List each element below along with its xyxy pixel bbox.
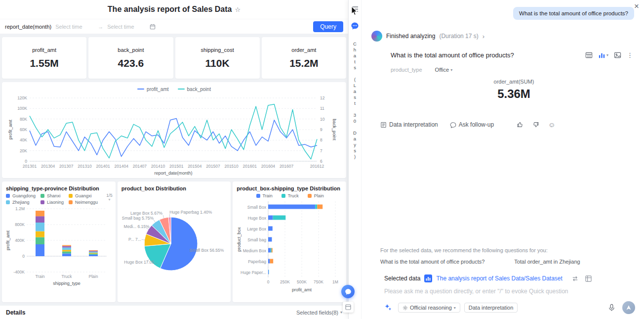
y-tick-label: Small Box [247, 205, 267, 210]
analysis-duration: (Duration 17 s) [439, 33, 478, 40]
y-tick-label: Huge Paper... [241, 270, 266, 275]
ask-follow-up-button[interactable]: Ask follow-up [450, 121, 494, 128]
bar-segment-Neimenggu [62, 245, 71, 246]
interpretation-chip[interactable]: Data interpretation [464, 303, 518, 313]
bar-segment-Guangxi [36, 231, 44, 237]
legend-item-guangdong[interactable]: Guangdong [6, 193, 36, 198]
data-interpretation-button[interactable]: Data interpretation [380, 121, 438, 128]
details-label: Details [6, 309, 25, 316]
chats-tab-label[interactable]: Chats (Last 30 Days) [352, 41, 358, 160]
legend-swatch [6, 200, 10, 204]
composer-toolbar: Official reasoning ▾ Data interpretation [384, 301, 637, 314]
dataset-link[interactable]: The analysis report of Sales Data/Sales … [436, 275, 562, 282]
legend-item-truck[interactable]: Truck [282, 193, 299, 198]
pager-caret-icon[interactable]: ▾ [108, 198, 110, 202]
table-view-icon[interactable] [585, 51, 593, 59]
kpi-label: shipping_cost [201, 47, 234, 53]
y-tick-label: 400K [15, 238, 25, 243]
close-icon[interactable]: × [634, 2, 639, 10]
chat-tab-icon[interactable] [351, 22, 359, 32]
kpi-value: 1.55M [30, 57, 58, 69]
switch-dataset-icon[interactable] [571, 275, 579, 282]
legend-pager[interactable]: 1/5 ▾ [106, 193, 113, 205]
microphone-icon[interactable] [608, 304, 615, 312]
emoji-feedback-icon[interactable]: ☺ [548, 121, 555, 129]
bar-segment-Train [268, 270, 269, 274]
bar-segment-Train [268, 259, 270, 264]
assistant-avatar [371, 31, 382, 42]
x-tick-label: 750K [314, 279, 323, 284]
start-date-input[interactable] [55, 24, 94, 30]
collapse-sidebar-icon[interactable] [352, 5, 358, 14]
export-image-icon[interactable] [614, 51, 621, 59]
y-tick-label: 1.2M [15, 206, 25, 211]
legend-swatch [308, 194, 312, 198]
ai-sparkle-icon[interactable] [384, 304, 392, 312]
end-date-input[interactable] [107, 24, 146, 30]
calendar-icon[interactable] [150, 24, 156, 30]
thumb-down-icon[interactable] [532, 121, 539, 128]
dataset-form-icon[interactable] [585, 275, 592, 282]
x-tick-label: 201501 [169, 164, 184, 169]
filter-value-label: Office [435, 67, 449, 73]
legend-item-plain[interactable]: Plain [308, 193, 324, 198]
product-box-pie-chart[interactable]: Small Box 56.55%Huge Box 17.05...P... 7.… [121, 191, 225, 293]
recommended-question[interactable]: What is the total amount of office produ… [380, 259, 484, 265]
y2-tick-label: 6 [320, 159, 322, 164]
legend-item-guangxi[interactable]: Guangxi [69, 193, 98, 198]
filter-value-dropdown[interactable]: Office ▾ [435, 67, 453, 73]
expand-chevron-icon[interactable]: › [483, 33, 484, 40]
bar-segment-Liaoning [36, 216, 44, 223]
legend-item-liaoning[interactable]: Liaoning [40, 200, 64, 205]
send-arrow-icon [626, 305, 632, 311]
question-input[interactable]: Please ask me a question directly, or en… [384, 288, 637, 295]
y-tick-label: 80K [20, 117, 27, 122]
bar-segment-Guangxi [62, 250, 71, 251]
x-tick-label: 201301 [23, 164, 37, 169]
floating-assistant-button[interactable] [341, 285, 355, 298]
legend-item-train[interactable]: Train [256, 193, 273, 198]
selected-fields-dropdown[interactable]: Selected fields(8) ▾ [296, 310, 342, 316]
bar-segment-Shanxi [89, 254, 98, 255]
send-button[interactable] [622, 301, 635, 314]
answer-question: What is the total amount of office produ… [391, 51, 514, 59]
bar-segment-Plain [318, 205, 323, 209]
x-axis-title: profit_amt [292, 287, 312, 292]
more-menu-icon[interactable]: ⋮ [627, 51, 633, 59]
query-button[interactable]: Query [313, 21, 343, 32]
x-tick-label: 201310 [78, 164, 92, 169]
legend-item-zhejiang[interactable]: Zhejiang [6, 200, 36, 205]
x-tick-label: 201307 [59, 164, 74, 169]
legend-item-neimenggu[interactable]: Neimenggu [69, 200, 98, 205]
x-tick-label: Train [35, 274, 44, 279]
legend-label: Zhejiang [12, 200, 30, 205]
trend-chart-legend: profit_amtback_point [7, 85, 341, 93]
box-shipping-card: product_box-shipping_type Distribution T… [233, 182, 346, 302]
legend-swatch [40, 200, 44, 204]
legend-item-shanxi[interactable]: Shanxi [40, 193, 64, 198]
bar-segment-Guangdong [36, 244, 44, 256]
doc-icon [380, 122, 387, 128]
legend-item-back_point[interactable]: back_point [178, 87, 211, 92]
x-tick-label: Plain [89, 274, 98, 279]
bar-segment-Train [268, 205, 315, 209]
province-stacked-bar-chart[interactable]: -400K0400K800K1.2MTrainTruckPlainshippin… [6, 205, 109, 288]
panel-icon [345, 304, 351, 310]
legend-item-profit_amt[interactable]: profit_amt [137, 87, 168, 92]
floating-widget-button[interactable] [343, 302, 354, 313]
trend-line-chart[interactable]: 020K40K60K80K100K120K6789101112201301201… [7, 93, 340, 177]
favorite-star-icon[interactable]: ☆ [235, 6, 241, 13]
recommended-question[interactable]: Total order_amt in Zhejiang [514, 259, 580, 265]
chart-type-icon[interactable]: ▾ [598, 51, 608, 59]
y-tick-label: 60K [20, 127, 27, 132]
y-tick-label: Medium Box [243, 248, 267, 253]
bar-segment-Train [268, 227, 273, 231]
y2-tick-label: 11 [320, 106, 324, 111]
pie-label: Small bag 5.75% [121, 216, 154, 221]
box-shipping-hbar-chart[interactable]: 0250K500K750K1MSmall BoxHuge BoxLarge Bo… [237, 199, 340, 296]
reasoning-mode-chip[interactable]: Official reasoning ▾ [398, 303, 460, 313]
thumb-up-icon[interactable] [517, 121, 523, 128]
x-tick-label: 201604 [261, 164, 276, 169]
y-axis-title: product_box [237, 227, 242, 252]
bar-segment-Guangxi [89, 253, 98, 254]
